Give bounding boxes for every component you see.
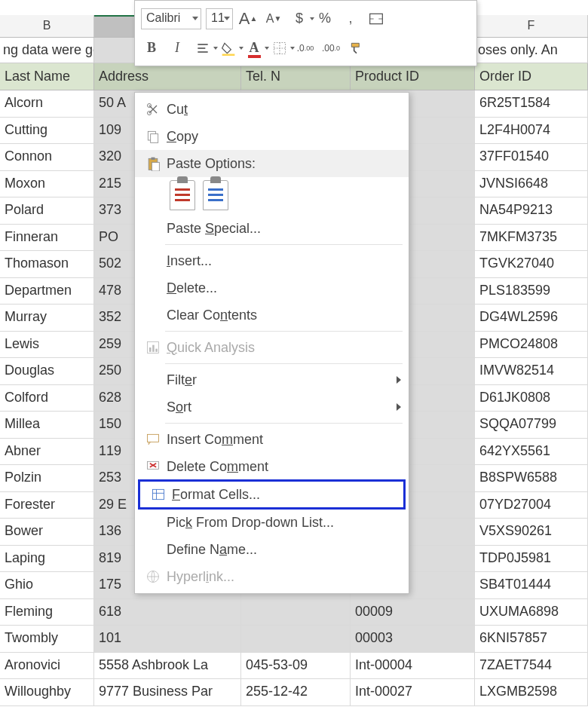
cell[interactable]: L2F4H0074 <box>475 118 588 144</box>
italic-icon[interactable]: I <box>167 38 188 59</box>
comma-icon[interactable]: , <box>340 8 361 29</box>
cell[interactable]: DG4WL2596 <box>475 305 588 331</box>
cell[interactable]: 00009 <box>351 599 475 626</box>
cell[interactable]: TDP0J5981 <box>475 546 588 572</box>
menu-format-cells[interactable]: Format Cells... <box>138 479 406 510</box>
cell[interactable]: 6KNI57857 <box>475 626 588 652</box>
cell[interactable]: V5XS90261 <box>475 519 588 545</box>
cell[interactable]: Int-00027 <box>351 679 475 705</box>
cell[interactable] <box>241 599 351 626</box>
grow-font-icon[interactable]: A▲ <box>237 8 259 29</box>
cell[interactable]: Finneran <box>0 225 94 251</box>
font-size-combo[interactable]: 11 <box>206 8 233 29</box>
menu-copy[interactable]: Copy <box>135 123 409 150</box>
cell[interactable]: Departmen <box>0 278 94 305</box>
menu-insert[interactable]: Insert... <box>135 247 409 274</box>
cell[interactable]: TGVK27040 <box>475 251 588 277</box>
menu-insert-comment[interactable]: Insert Comment <box>135 426 409 453</box>
col-b-header[interactable]: B <box>0 15 94 37</box>
cell[interactable]: PLS183599 <box>475 278 588 305</box>
cell[interactable]: 07YD27004 <box>475 492 588 519</box>
cell[interactable]: 37FF01540 <box>475 144 588 170</box>
cell[interactable]: Aronovici <box>0 653 94 679</box>
cell[interactable]: Polard <box>0 197 94 224</box>
menu-delete[interactable]: Delete... <box>135 274 409 301</box>
cell[interactable]: Thomason <box>0 251 94 277</box>
cell[interactable]: Laping <box>0 546 94 572</box>
col-f-header[interactable]: F <box>475 15 588 37</box>
cell[interactable]: JVNSI6648 <box>475 171 588 197</box>
cell[interactable]: Douglas <box>0 358 94 384</box>
cell[interactable]: Bower <box>0 519 94 545</box>
cell[interactable]: Ghio <box>0 572 94 598</box>
header-order[interactable]: Order ID <box>475 63 588 90</box>
cell[interactable]: 101 <box>94 626 241 652</box>
paste-keep-formatting[interactable] <box>170 180 195 210</box>
align-icon[interactable] <box>192 38 213 59</box>
cell[interactable]: Twombly <box>0 626 94 652</box>
cell[interactable]: D61JK0808 <box>475 385 588 412</box>
menu-clear-contents[interactable]: Clear Contents <box>135 301 409 329</box>
cell[interactable]: Int-00004 <box>351 653 475 679</box>
cell[interactable]: 7ZAET7544 <box>475 653 588 679</box>
menu-delete-comment[interactable]: Delete Comment <box>135 453 409 480</box>
menu-paste-special[interactable]: Paste Special... <box>135 215 409 242</box>
header-tel[interactable]: Tel. N <box>241 63 351 90</box>
table-row[interactable]: Twombly101000036KNI57857 <box>0 626 588 653</box>
cell[interactable]: B8SPW6588 <box>475 465 588 491</box>
format-painter-icon[interactable] <box>346 38 367 59</box>
currency-icon[interactable]: $ <box>289 8 310 29</box>
cell[interactable]: 9777 Business Par <box>94 679 241 705</box>
menu-filter[interactable]: Filter <box>135 366 409 393</box>
cell[interactable]: 618 <box>94 599 241 626</box>
percent-icon[interactable]: % <box>314 8 335 29</box>
cell[interactable]: 5558 Ashbrook La <box>94 653 241 679</box>
cell[interactable]: 045-53-09 <box>241 653 351 679</box>
header-product[interactable]: Product ID <box>351 63 475 90</box>
cell[interactable]: SQQA07799 <box>475 412 588 438</box>
cell[interactable]: 7MKFM3735 <box>475 225 588 251</box>
menu-define-name[interactable]: Define Name... <box>135 536 409 563</box>
cell[interactable]: Murray <box>0 305 94 331</box>
cell[interactable]: UXUMA6898 <box>475 599 588 626</box>
cell[interactable]: Fleming <box>0 599 94 626</box>
cell[interactable]: Lewis <box>0 332 94 358</box>
font-name-combo[interactable]: Calibri <box>141 8 201 29</box>
cell[interactable]: 255-12-42 <box>241 679 351 705</box>
cell[interactable]: Moxon <box>0 171 94 197</box>
menu-cut[interactable]: Cut <box>135 96 409 123</box>
cell[interactable] <box>241 626 351 652</box>
cell[interactable]: 00003 <box>351 626 475 652</box>
cell[interactable]: 6R25T1584 <box>475 90 588 117</box>
paste-values[interactable] <box>203 180 228 210</box>
cell[interactable]: Cutting <box>0 118 94 144</box>
font-color-icon[interactable]: A <box>243 38 265 59</box>
cell[interactable]: Polzin <box>0 465 94 491</box>
cell[interactable]: Forester <box>0 492 94 519</box>
cell[interactable]: Colford <box>0 385 94 412</box>
cell[interactable]: Alcorn <box>0 90 94 117</box>
merge-icon[interactable] <box>366 8 387 29</box>
cell[interactable]: 642YX5561 <box>475 439 588 465</box>
fill-color-icon[interactable] <box>218 38 239 59</box>
header-address[interactable]: Address <box>94 63 241 90</box>
cell[interactable]: NA54P9213 <box>475 197 588 224</box>
header-lastname[interactable]: Last Name <box>0 63 94 90</box>
cell[interactable]: PMCO24808 <box>475 332 588 358</box>
increase-decimal-icon[interactable]: .0.00 <box>295 38 316 59</box>
cell[interactable]: Willoughby <box>0 679 94 705</box>
cell[interactable]: Abner <box>0 439 94 465</box>
cell[interactable]: Connon <box>0 144 94 170</box>
cell[interactable]: SB4T01444 <box>475 572 588 598</box>
shrink-font-icon[interactable]: A▼ <box>263 8 284 29</box>
table-row[interactable]: Willoughby9777 Business Par255-12-42Int-… <box>0 679 588 706</box>
cell[interactable]: LXGMB2598 <box>475 679 588 705</box>
bold-icon[interactable]: B <box>141 38 162 59</box>
cell[interactable]: IMVW82514 <box>475 358 588 384</box>
borders-icon[interactable] <box>269 38 290 59</box>
table-row[interactable]: Fleming61800009UXUMA6898 <box>0 599 588 626</box>
menu-pick-from-list[interactable]: Pick From Drop-down List... <box>135 509 409 536</box>
menu-sort[interactable]: Sort <box>135 393 409 421</box>
cell[interactable]: Millea <box>0 412 94 438</box>
table-row[interactable]: Aronovici5558 Ashbrook La045-53-09Int-00… <box>0 653 588 680</box>
